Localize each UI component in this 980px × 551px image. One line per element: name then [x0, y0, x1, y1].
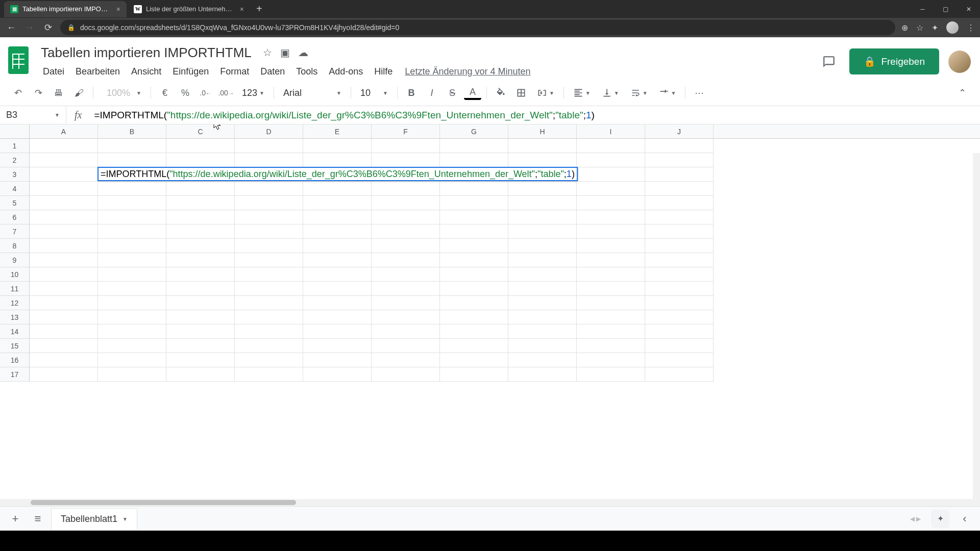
- cell[interactable]: [508, 367, 577, 382]
- column-header[interactable]: J: [645, 124, 714, 138]
- cell[interactable]: [372, 296, 440, 310]
- comments-button[interactable]: [818, 51, 840, 73]
- cell[interactable]: [30, 210, 98, 224]
- cell[interactable]: [440, 296, 508, 310]
- cell[interactable]: [577, 282, 645, 296]
- cell[interactable]: [372, 353, 440, 367]
- cell[interactable]: [235, 210, 303, 224]
- cell[interactable]: [645, 139, 714, 153]
- horizontal-scrollbar[interactable]: [0, 499, 980, 506]
- column-header[interactable]: E: [303, 124, 372, 138]
- cell[interactable]: [30, 253, 98, 267]
- cell[interactable]: [508, 296, 577, 310]
- currency-button[interactable]: €: [156, 84, 174, 102]
- row-header[interactable]: 5: [0, 196, 30, 210]
- cell[interactable]: [645, 367, 714, 382]
- cell[interactable]: [577, 239, 645, 253]
- column-header[interactable]: C: [166, 124, 235, 138]
- sheet-nav-arrows[interactable]: ◀ ▶: [906, 515, 925, 522]
- collapse-toolbar-button[interactable]: ⌃: [953, 84, 971, 102]
- extensions-icon[interactable]: ✦: [932, 23, 938, 33]
- menu-file[interactable]: Datei: [38, 64, 69, 79]
- cell[interactable]: [303, 324, 372, 339]
- cell[interactable]: [440, 367, 508, 382]
- explore-button[interactable]: ✦: [931, 510, 949, 528]
- cell[interactable]: [303, 182, 372, 196]
- row-header[interactable]: 12: [0, 296, 30, 310]
- star-icon[interactable]: ☆: [916, 23, 923, 33]
- cell[interactable]: [577, 353, 645, 367]
- cell[interactable]: [98, 139, 166, 153]
- strikethrough-button[interactable]: S: [444, 84, 461, 102]
- row-header[interactable]: 6: [0, 210, 30, 224]
- cell[interactable]: [303, 339, 372, 353]
- column-header[interactable]: I: [577, 124, 645, 138]
- redo-button[interactable]: ↷: [30, 84, 47, 102]
- cell[interactable]: [508, 324, 577, 339]
- cell[interactable]: [303, 267, 372, 282]
- cell[interactable]: [440, 196, 508, 210]
- cell[interactable]: [508, 224, 577, 239]
- increase-decimal-button[interactable]: .00→: [217, 84, 235, 102]
- formula-input[interactable]: =IMPORTHTML("https://de.wikipedia.org/wi…: [90, 110, 980, 121]
- cell[interactable]: [645, 153, 714, 167]
- cell[interactable]: [98, 253, 166, 267]
- cell[interactable]: [166, 339, 235, 353]
- cell[interactable]: [372, 224, 440, 239]
- cell[interactable]: [235, 282, 303, 296]
- cell[interactable]: [645, 353, 714, 367]
- vertical-scrollbar[interactable]: [973, 153, 980, 499]
- paint-format-button[interactable]: 🖌: [70, 84, 88, 102]
- grid-body[interactable]: 1234567891011121314151617 =IMPORTHTML("h…: [0, 139, 980, 499]
- menu-format[interactable]: Format: [215, 64, 254, 79]
- row-header[interactable]: 11: [0, 282, 30, 296]
- cell[interactable]: [235, 239, 303, 253]
- cell[interactable]: [508, 153, 577, 167]
- active-cell-editor[interactable]: =IMPORTHTML("https://de.wikipedia.org/wi…: [97, 167, 578, 181]
- account-avatar[interactable]: [948, 51, 971, 73]
- cell[interactable]: [440, 253, 508, 267]
- cell[interactable]: [577, 339, 645, 353]
- cell[interactable]: [440, 310, 508, 324]
- horizontal-align-button[interactable]: ▼: [569, 88, 595, 98]
- menu-view[interactable]: Ansicht: [126, 64, 166, 79]
- column-header[interactable]: D: [235, 124, 303, 138]
- column-header[interactable]: B: [98, 124, 166, 138]
- share-button[interactable]: 🔒 Freigeben: [849, 48, 939, 74]
- cell[interactable]: [440, 224, 508, 239]
- cell[interactable]: [235, 367, 303, 382]
- cell[interactable]: [235, 339, 303, 353]
- sheets-home-button[interactable]: [5, 42, 32, 78]
- text-color-button[interactable]: A: [464, 86, 481, 100]
- cell[interactable]: [166, 310, 235, 324]
- cell[interactable]: [30, 239, 98, 253]
- cell[interactable]: [235, 353, 303, 367]
- cell[interactable]: [440, 282, 508, 296]
- back-button[interactable]: ←: [5, 22, 17, 33]
- side-panel-toggle[interactable]: ‹: [955, 510, 974, 528]
- font-size-dropdown[interactable]: 10 ▼: [356, 88, 392, 98]
- browser-tab-active[interactable]: ▦ Tabellen importieren IMPORTHT ×: [4, 1, 127, 17]
- cell[interactable]: [235, 267, 303, 282]
- cell[interactable]: [235, 296, 303, 310]
- cell[interactable]: [372, 367, 440, 382]
- cell[interactable]: [645, 296, 714, 310]
- cell[interactable]: [98, 182, 166, 196]
- cell[interactable]: [166, 367, 235, 382]
- row-header[interactable]: 2: [0, 153, 30, 167]
- cell[interactable]: [645, 267, 714, 282]
- cell[interactable]: [372, 139, 440, 153]
- cell[interactable]: [372, 239, 440, 253]
- forward-button[interactable]: →: [23, 22, 36, 33]
- cell[interactable]: [508, 267, 577, 282]
- cell[interactable]: [235, 153, 303, 167]
- cell[interactable]: [30, 353, 98, 367]
- cell[interactable]: [372, 310, 440, 324]
- cell[interactable]: [508, 310, 577, 324]
- cell[interactable]: [303, 139, 372, 153]
- merge-cells-button[interactable]: ▼: [533, 88, 558, 98]
- menu-icon[interactable]: ⋮: [967, 23, 975, 33]
- profile-avatar[interactable]: [946, 21, 959, 34]
- cell[interactable]: [30, 324, 98, 339]
- cell[interactable]: [98, 153, 166, 167]
